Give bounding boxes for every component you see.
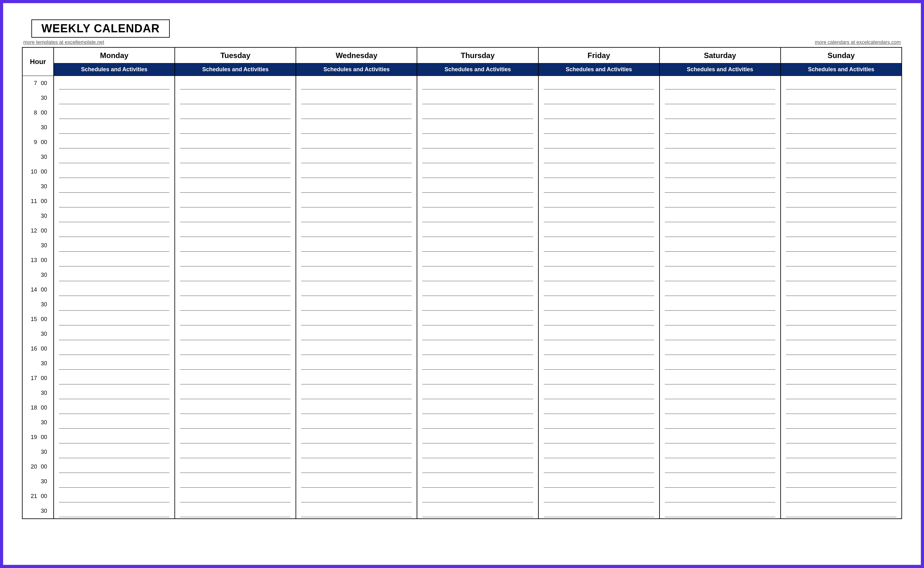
time-slot[interactable]	[54, 209, 174, 224]
time-slot[interactable]	[660, 209, 780, 224]
time-slot[interactable]	[296, 91, 417, 106]
time-slot[interactable]	[539, 91, 659, 106]
time-slot[interactable]	[175, 400, 296, 415]
time-slot[interactable]	[175, 282, 296, 297]
time-slot[interactable]	[296, 415, 417, 430]
time-slot[interactable]	[660, 150, 780, 165]
time-slot[interactable]	[54, 194, 174, 209]
time-slot[interactable]	[175, 238, 296, 253]
time-slot[interactable]	[175, 150, 296, 165]
time-slot[interactable]	[54, 165, 174, 179]
time-slot[interactable]	[539, 430, 659, 445]
time-slot[interactable]	[175, 341, 296, 356]
time-slot[interactable]	[417, 474, 538, 489]
time-slot[interactable]	[54, 253, 174, 268]
time-slot[interactable]	[296, 386, 417, 400]
time-slot[interactable]	[417, 268, 538, 282]
time-slot[interactable]	[660, 327, 780, 341]
time-slot[interactable]	[660, 400, 780, 415]
time-slot[interactable]	[417, 356, 538, 371]
time-slot[interactable]	[539, 106, 659, 120]
time-slot[interactable]	[296, 371, 417, 386]
time-slot[interactable]	[175, 504, 296, 518]
time-slot[interactable]	[781, 268, 901, 282]
time-slot[interactable]	[296, 224, 417, 238]
time-slot[interactable]	[54, 327, 174, 341]
time-slot[interactable]	[54, 150, 174, 165]
time-slot[interactable]	[660, 268, 780, 282]
time-slot[interactable]	[539, 135, 659, 150]
time-slot[interactable]	[417, 400, 538, 415]
time-slot[interactable]	[175, 106, 296, 120]
time-slot[interactable]	[296, 459, 417, 474]
link-templates[interactable]: more templates at exceltemplate.net	[23, 39, 104, 45]
time-slot[interactable]	[175, 209, 296, 224]
time-slot[interactable]	[296, 238, 417, 253]
time-slot[interactable]	[296, 282, 417, 297]
time-slot[interactable]	[417, 165, 538, 179]
time-slot[interactable]	[781, 312, 901, 327]
time-slot[interactable]	[296, 76, 417, 91]
time-slot[interactable]	[296, 356, 417, 371]
time-slot[interactable]	[417, 459, 538, 474]
time-slot[interactable]	[781, 135, 901, 150]
time-slot[interactable]	[54, 106, 174, 120]
time-slot[interactable]	[54, 297, 174, 312]
time-slot[interactable]	[539, 76, 659, 91]
time-slot[interactable]	[660, 430, 780, 445]
time-slot[interactable]	[539, 194, 659, 209]
time-slot[interactable]	[781, 459, 901, 474]
time-slot[interactable]	[417, 282, 538, 297]
time-slot[interactable]	[296, 474, 417, 489]
time-slot[interactable]	[539, 356, 659, 371]
time-slot[interactable]	[539, 386, 659, 400]
time-slot[interactable]	[54, 135, 174, 150]
time-slot[interactable]	[296, 120, 417, 135]
time-slot[interactable]	[296, 504, 417, 518]
time-slot[interactable]	[539, 179, 659, 194]
time-slot[interactable]	[54, 489, 174, 504]
time-slot[interactable]	[781, 282, 901, 297]
time-slot[interactable]	[296, 106, 417, 120]
time-slot[interactable]	[175, 386, 296, 400]
time-slot[interactable]	[539, 253, 659, 268]
time-slot[interactable]	[417, 91, 538, 106]
time-slot[interactable]	[417, 150, 538, 165]
time-slot[interactable]	[54, 474, 174, 489]
time-slot[interactable]	[417, 179, 538, 194]
time-slot[interactable]	[54, 445, 174, 459]
time-slot[interactable]	[54, 312, 174, 327]
time-slot[interactable]	[417, 445, 538, 459]
time-slot[interactable]	[175, 445, 296, 459]
time-slot[interactable]	[781, 415, 901, 430]
time-slot[interactable]	[417, 312, 538, 327]
time-slot[interactable]	[781, 327, 901, 341]
time-slot[interactable]	[54, 430, 174, 445]
time-slot[interactable]	[539, 312, 659, 327]
time-slot[interactable]	[175, 120, 296, 135]
time-slot[interactable]	[417, 415, 538, 430]
time-slot[interactable]	[296, 445, 417, 459]
time-slot[interactable]	[417, 297, 538, 312]
time-slot[interactable]	[417, 120, 538, 135]
time-slot[interactable]	[296, 253, 417, 268]
time-slot[interactable]	[539, 504, 659, 518]
time-slot[interactable]	[660, 165, 780, 179]
time-slot[interactable]	[417, 76, 538, 91]
time-slot[interactable]	[660, 356, 780, 371]
time-slot[interactable]	[539, 415, 659, 430]
time-slot[interactable]	[175, 268, 296, 282]
time-slot[interactable]	[54, 386, 174, 400]
time-slot[interactable]	[296, 268, 417, 282]
time-slot[interactable]	[660, 341, 780, 356]
time-slot[interactable]	[781, 91, 901, 106]
link-calendars[interactable]: more calendars at excelcalendars.com	[815, 39, 901, 45]
time-slot[interactable]	[660, 106, 780, 120]
time-slot[interactable]	[54, 371, 174, 386]
time-slot[interactable]	[296, 179, 417, 194]
time-slot[interactable]	[781, 194, 901, 209]
time-slot[interactable]	[175, 165, 296, 179]
time-slot[interactable]	[781, 106, 901, 120]
time-slot[interactable]	[781, 238, 901, 253]
time-slot[interactable]	[54, 91, 174, 106]
